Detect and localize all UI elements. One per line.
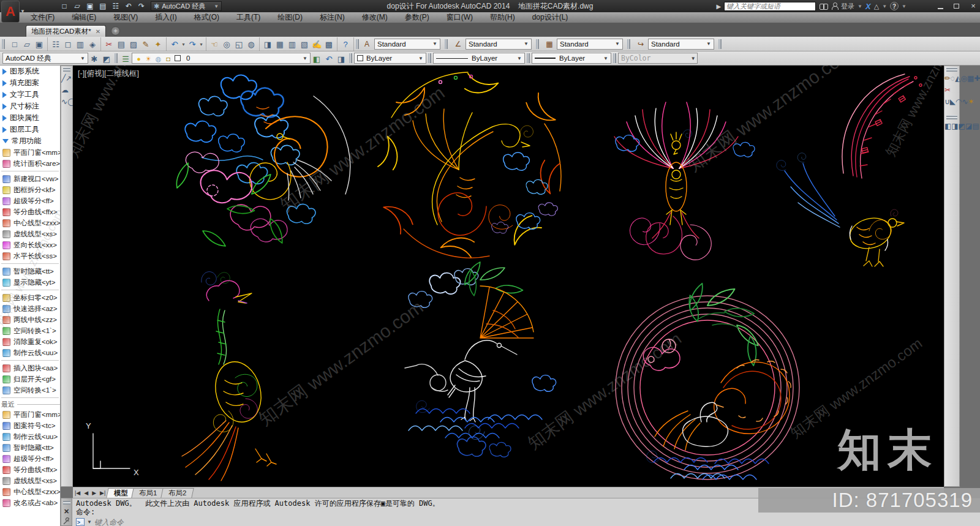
- open-file-icon[interactable]: ▱: [72, 1, 83, 11]
- make-object-layer-current-icon[interactable]: ◧: [311, 53, 323, 64]
- toolbar-grip[interactable]: [718, 39, 722, 49]
- menu-item-2[interactable]: 视图(V): [105, 12, 146, 23]
- sidebar-item-g1-0[interactable]: 新建视口<vw>: [0, 173, 60, 184]
- revision-cloud-icon[interactable]: ☁: [61, 86, 69, 94]
- menu-item-4[interactable]: 格式(O): [186, 12, 228, 23]
- sidebar-item-g3-3[interactable]: 空间转换<1`>: [0, 325, 60, 336]
- menu-item-7[interactable]: 标注(N): [311, 12, 353, 23]
- search-input[interactable]: [724, 2, 816, 11]
- drawing-gold-phoenix-circle[interactable]: [377, 72, 562, 258]
- drawing-canvas[interactable]: [-][俯视][二维线框]: [73, 66, 944, 487]
- close-palette-icon[interactable]: ✕: [64, 508, 69, 516]
- toolbar-grip[interactable]: [428, 53, 431, 63]
- bulb-icon[interactable]: ●: [135, 53, 143, 64]
- sidebar-item-g0-0[interactable]: 平面门窗<mm>: [0, 147, 60, 158]
- menu-item-5[interactable]: 工具(T): [228, 12, 269, 23]
- block-editor-icon[interactable]: ✦: [152, 38, 164, 50]
- save-as-icon[interactable]: ▤: [97, 1, 108, 11]
- sidebar-category-0[interactable]: 图形系统: [0, 66, 60, 77]
- workspace-combo[interactable]: ✱ AutoCAD 经典 ▼: [151, 1, 222, 11]
- sidebar-recent-item-4[interactable]: 超级等分<ff>: [0, 453, 60, 464]
- toolbar-grip[interactable]: [946, 67, 957, 72]
- sidebar-item-g3-1[interactable]: 快速选择<az>: [0, 303, 60, 314]
- menu-item-12[interactable]: dop设计(L): [524, 12, 577, 23]
- save-icon[interactable]: ▣: [33, 38, 45, 50]
- undo-icon[interactable]: ↶: [123, 1, 134, 11]
- sidebar-recent-item-0[interactable]: 平面门窗<mm>: [0, 409, 60, 420]
- redo-icon[interactable]: ↷: [186, 38, 198, 50]
- array-icon[interactable]: ▦: [967, 74, 974, 83]
- minimize-button[interactable]: [938, 8, 943, 9]
- sidebar-item-g3-0[interactable]: 坐标归零<z0>: [0, 292, 60, 303]
- help-icon[interactable]: ?: [890, 2, 899, 10]
- menu-item-9[interactable]: 参数(P): [396, 12, 438, 23]
- toolbar-grip[interactable]: [536, 39, 539, 49]
- exchange-apps-icon[interactable]: X: [865, 2, 871, 11]
- layer-properties-button[interactable]: ☰: [119, 53, 132, 64]
- restore-button[interactable]: [954, 4, 959, 9]
- layer-combo[interactable]: ●☀◍◘ 0 ▼: [132, 53, 311, 64]
- toolbar-grip[interactable]: [946, 115, 957, 119]
- copy-icon[interactable]: ▤: [115, 38, 127, 50]
- layer-properties-icon[interactable]: ☰: [119, 53, 132, 64]
- mleader_style-combo[interactable]: Standard▼: [648, 39, 714, 50]
- dim-style-icon[interactable]: ∠: [452, 40, 464, 48]
- toolbar-grip[interactable]: [2, 39, 5, 49]
- ucs-icon[interactable]: Y X: [86, 421, 139, 477]
- command-input[interactable]: [94, 517, 352, 526]
- drawing-peacock-circle[interactable]: [616, 284, 799, 479]
- table_style-combo[interactable]: Standard▼: [557, 39, 623, 50]
- layout-tab-布局2[interactable]: 布局2: [160, 488, 194, 498]
- sidebar-item-g3-5[interactable]: 制作云线<uu>: [0, 347, 60, 358]
- toolbar-grip[interactable]: [349, 53, 352, 63]
- layer-previous-icon[interactable]: ↶: [323, 53, 335, 64]
- spline-icon[interactable]: ∿: [61, 97, 67, 106]
- unlock-icon[interactable]: ◘: [164, 53, 172, 64]
- sidebar-recent-item-8[interactable]: 改名或占<ab>: [0, 497, 60, 508]
- palette-grip-dots[interactable]: [63, 501, 70, 505]
- join-icon[interactable]: ∪: [944, 97, 950, 106]
- send-to-back-icon[interactable]: ◨: [951, 122, 958, 130]
- mleader-style-icon[interactable]: ↪: [635, 40, 647, 48]
- autocad-app-logo[interactable]: A: [1, 1, 20, 23]
- my-workspace-icon[interactable]: ◩: [100, 53, 113, 64]
- text-to-front-icon[interactable]: ▤: [972, 122, 979, 130]
- drawing-peony-phoenix-circle[interactable]: [169, 75, 350, 251]
- construction-line-icon[interactable]: ↗: [66, 74, 72, 83]
- sidebar-category-5[interactable]: 图层工具: [0, 124, 60, 135]
- chevron-down-icon[interactable]: ▼: [882, 4, 887, 9]
- properties-icon[interactable]: ◨: [262, 38, 274, 50]
- match-properties-icon[interactable]: ✎: [140, 38, 152, 50]
- app-menu-caret-icon[interactable]: ▼: [20, 9, 25, 14]
- dim_style-combo[interactable]: Standard▼: [466, 39, 532, 50]
- sidebar-item-g2-1[interactable]: 显示隐藏<yt>: [0, 277, 60, 288]
- toolbar-grip[interactable]: [527, 53, 530, 63]
- send-under-icon[interactable]: ◪: [965, 122, 972, 130]
- plot-icon[interactable]: ☷: [50, 38, 62, 50]
- toolbar-grip[interactable]: [627, 39, 630, 49]
- chevron-down-icon[interactable]: ▼: [858, 4, 862, 9]
- command-prompt-icon[interactable]: >_: [76, 518, 85, 526]
- publish-icon[interactable]: ▥: [74, 38, 86, 50]
- 3d-dwf-icon[interactable]: ◈: [86, 38, 99, 50]
- zoom-previous-icon[interactable]: ◍: [245, 38, 257, 50]
- menu-item-11[interactable]: 帮助(H): [481, 12, 524, 23]
- markup-manager-icon[interactable]: ✍: [311, 38, 323, 50]
- sidebar-recent-item-3[interactable]: 暂时隐藏<tt>: [0, 442, 60, 453]
- fillet-icon[interactable]: ◠: [956, 97, 962, 106]
- sidebar-item-g1-4[interactable]: 中心线型<zxx>: [0, 217, 60, 228]
- drawing-spread-wing-phoenix[interactable]: [614, 102, 755, 265]
- paste-icon[interactable]: ▨: [127, 38, 140, 50]
- sidebar-item-g1-1[interactable]: 图框拆分<kf>: [0, 184, 60, 195]
- layout-nav-0[interactable]: |◀: [73, 488, 82, 498]
- offset-icon[interactable]: ◎: [960, 74, 967, 83]
- tool-palettes-icon[interactable]: ▥: [286, 38, 298, 50]
- sidebar-item-g1-2[interactable]: 超级等分<ff>: [0, 195, 60, 206]
- sidebar-item-g1-6[interactable]: 竖向长线<xx>: [0, 239, 60, 250]
- toolbar-grip[interactable]: [63, 67, 70, 72]
- menu-item-1[interactable]: 编辑(E): [63, 12, 105, 23]
- sidebar-item-g4-0[interactable]: 插入图块<aa>: [0, 363, 60, 374]
- linetype-combo[interactable]: ByLayer ▼: [433, 53, 525, 64]
- layout-nav-1[interactable]: ◀: [82, 488, 90, 498]
- viewport-controls-label[interactable]: [-][俯视][二维线框]: [78, 69, 139, 79]
